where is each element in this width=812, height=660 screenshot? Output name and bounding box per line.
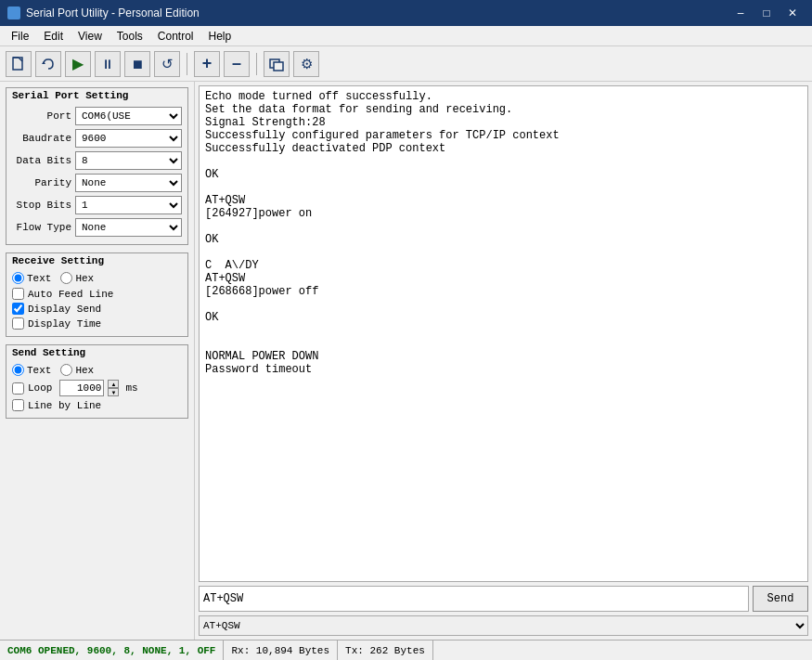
send-setting-group: Send Setting Text Hex Loop [6,344,188,419]
stopbits-select[interactable]: 1 1.5 2 [75,196,182,214]
menu-file[interactable]: File [4,28,36,45]
flowtype-row: Flow Type None Hardware Software [12,218,182,237]
loop-button[interactable] [35,51,61,77]
new-button[interactable] [6,51,32,77]
databits-row: Data Bits 8 7 6 5 [12,151,182,170]
display-send-checkbox[interactable] [12,303,24,315]
app-title: Serial Port Utility - Personal Edition [26,6,200,19]
send-text-radio-label[interactable]: Text [12,364,51,376]
send-hex-radio[interactable] [60,364,72,376]
databits-select[interactable]: 8 7 6 5 [75,151,182,170]
loop-spinner-up[interactable]: ▲ [108,380,119,388]
line-by-line-label: Line by Line [28,400,101,411]
parity-label: Parity [12,177,75,188]
window-button[interactable] [264,51,290,77]
terminal-output[interactable]: Echo mode turned off successfully. Set t… [199,85,808,582]
flowtype-label: Flow Type [12,222,75,233]
rx-segment: Rx: 10,894 Bytes [224,641,338,660]
baudrate-label: Baudrate [12,133,75,144]
receive-format-group: Text Hex [12,272,182,284]
svg-rect-5 [274,62,283,71]
loop-value-input[interactable] [59,380,104,396]
serial-port-setting-group: Serial Port Setting Port COM6(USE COM1 C… [6,87,188,245]
loop-spinner-down[interactable]: ▼ [108,388,119,396]
baudrate-select[interactable]: 9600 4800 19200 115200 [75,129,182,148]
toolbar: ▶ ⏸ ⏹ ↺ + – ⚙ [0,46,812,82]
send-format-group: Text Hex [12,364,182,376]
display-time-row: Display Time [12,317,182,330]
receive-setting-group: Receive Setting Text Hex Auto Feed Line [6,252,188,337]
loop-checkbox[interactable] [12,382,24,395]
display-time-checkbox[interactable] [12,317,24,330]
history-dropdown[interactable]: AT+QSW [199,615,808,636]
settings-button[interactable]: ⚙ [293,51,319,77]
display-send-row: Display Send [12,303,182,315]
stop-button[interactable]: ⏹ [124,51,150,77]
line-by-line-checkbox[interactable] [12,399,24,411]
loop-row: Loop ▲ ▼ ms [12,380,182,396]
menu-help[interactable]: Help [201,28,239,45]
command-input[interactable] [199,586,749,612]
loop-label: Loop [28,382,52,394]
menu-view[interactable]: View [71,28,110,45]
menu-bar: File Edit View Tools Control Help [0,26,812,46]
serial-port-setting-title: Serial Port Setting [6,88,187,103]
port-row: Port COM6(USE COM1 COM2 [12,107,182,125]
stopbits-label: Stop Bits [12,200,75,211]
send-row: Send [199,586,808,612]
menu-control[interactable]: Control [150,28,201,45]
send-hex-label: Hex [75,365,94,376]
pause-button[interactable]: ⏸ [95,51,121,77]
menu-edit[interactable]: Edit [36,28,71,45]
subtract-button[interactable]: – [224,51,250,77]
receive-hex-radio[interactable] [60,272,72,284]
stopbits-row: Stop Bits 1 1.5 2 [12,196,182,214]
send-button[interactable]: Send [753,586,808,612]
send-text-label: Text [27,365,51,376]
databits-label: Data Bits [12,155,75,166]
parity-row: Parity None Odd Even [12,174,182,192]
main-content: Serial Port Setting Port COM6(USE COM1 C… [0,82,812,640]
ms-label: ms [125,382,137,394]
line-by-line-row: Line by Line [12,399,182,411]
status-bar: COM6 OPENED, 9600, 8, NONE, 1, OFF Rx: 1… [0,640,812,660]
play-button[interactable]: ▶ [65,51,91,77]
toolbar-separator-1 [187,53,187,75]
close-button[interactable]: ✕ [780,4,805,22]
refresh-button[interactable]: ↺ [154,51,180,77]
send-hex-radio-label[interactable]: Hex [60,364,94,376]
port-select[interactable]: COM6(USE COM1 COM2 [75,107,182,125]
receive-hex-radio-label[interactable]: Hex [60,272,94,284]
svg-marker-3 [42,61,45,64]
receive-text-label: Text [27,273,51,284]
flowtype-select[interactable]: None Hardware Software [75,218,182,237]
display-time-label: Display Time [28,318,101,330]
left-panel: Serial Port Setting Port COM6(USE COM1 C… [0,82,195,640]
right-panel: Echo mode turned off successfully. Set t… [195,82,812,640]
port-status-text: COM6 OPENED, 9600, 8, NONE, 1, OFF [7,645,215,656]
tx-segment: Tx: 262 Bytes [338,641,433,660]
receive-hex-label: Hex [75,273,94,284]
minimize-button[interactable]: – [728,4,753,22]
baudrate-row: Baudrate 9600 4800 19200 115200 [12,129,182,148]
tx-text: Tx: 262 Bytes [345,645,425,656]
send-setting-title: Send Setting [6,345,187,360]
receive-text-radio-label[interactable]: Text [12,272,51,284]
input-area: Send AT+QSW [199,586,808,636]
app-icon [7,6,20,19]
parity-select[interactable]: None Odd Even [75,174,182,192]
send-text-radio[interactable] [12,364,24,376]
receive-setting-title: Receive Setting [6,253,187,268]
add-button[interactable]: + [194,51,220,77]
auto-feed-row: Auto Feed Line [12,288,182,300]
receive-text-radio[interactable] [12,272,24,284]
maximize-button[interactable]: □ [754,4,779,22]
menu-tools[interactable]: Tools [110,28,150,45]
port-status-segment: COM6 OPENED, 9600, 8, NONE, 1, OFF [0,641,224,660]
loop-spinner: ▲ ▼ [108,380,119,396]
toolbar-separator-2 [256,53,257,75]
auto-feed-label: Auto Feed Line [28,289,113,300]
display-send-label: Display Send [28,304,101,315]
auto-feed-checkbox[interactable] [12,288,24,300]
port-label: Port [12,110,75,122]
